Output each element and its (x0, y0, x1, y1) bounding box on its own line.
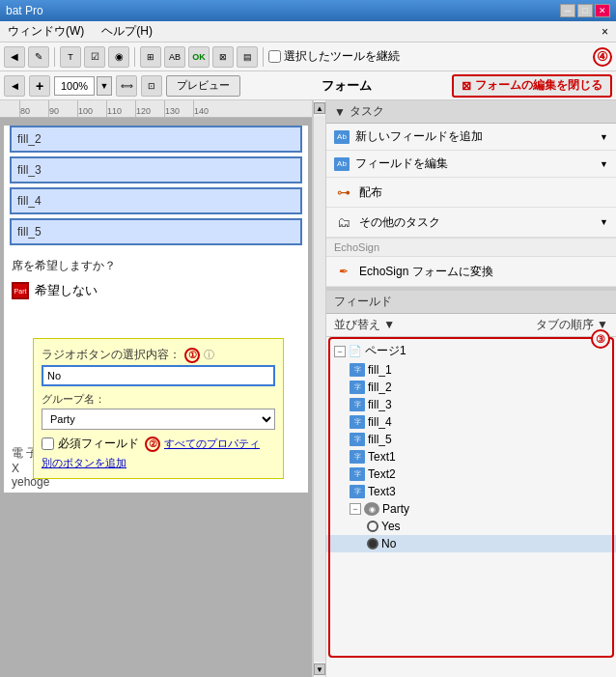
zoom-dropdown[interactable]: ▼ (97, 76, 112, 96)
close-button[interactable]: ✕ (595, 4, 610, 17)
task-section-header: ▼ タスク (326, 100, 616, 124)
tooltip-label-1: ラジオボタンの選択内容： ① ⓘ (42, 347, 275, 363)
required-checkbox[interactable] (42, 437, 54, 450)
menu-help[interactable]: ヘルプ(H) (98, 21, 156, 42)
value-input[interactable] (42, 365, 275, 386)
echosign-convert[interactable]: ✒ EchoSign フォームに変換 (326, 257, 616, 287)
preview-button[interactable]: プレビュー (166, 75, 240, 97)
task-add-field-label: 新しいフィールドを追加 (355, 128, 483, 145)
ruler-mark-140: 140 (193, 100, 222, 117)
tool-icon-7[interactable]: AB (164, 46, 185, 68)
fill-field-3-label: fill_3 (17, 163, 42, 177)
titlebar-controls: ─ □ ✕ (560, 4, 610, 17)
tooltip-group-label: グループ名： (42, 392, 275, 407)
field-icon-text3: 字 (350, 485, 365, 498)
add-field-icon: Ab (334, 130, 350, 144)
sort-bar: 並び替え ▼ タブの順序 ▼ (326, 314, 616, 337)
tree-party-no[interactable]: No (326, 535, 616, 552)
tool-icon-2[interactable]: ✎ (28, 46, 49, 68)
zoom-box: 100% ▼ (54, 76, 112, 96)
tool-icon-8[interactable]: ⊠ (212, 46, 234, 68)
tool-icon-4[interactable]: ☑ (84, 46, 105, 68)
doc-area: fill_2 fill_3 fill_4 fill_5 席を希望しますか？ (0, 118, 312, 677)
info-icon: ⓘ (204, 348, 214, 362)
tool-icon-1[interactable]: ◀ (4, 46, 25, 68)
party-expand-icon[interactable]: − (350, 503, 361, 515)
tool-icon-ok[interactable]: OK (188, 46, 210, 68)
group-select[interactable]: Party (42, 409, 275, 430)
edit-field-icon: Ab (334, 157, 350, 171)
tree-container: − 📄 ページ1 字 fill_1 字 fill_2 字 fill_3 (326, 337, 616, 677)
tree-label-fill2: fill_2 (368, 381, 392, 394)
ruler-mark-80: 80 (19, 100, 48, 117)
field-icon-fill2: 字 (350, 381, 365, 394)
scroll-down-arrow[interactable]: ▼ (314, 663, 325, 675)
task-more[interactable]: 🗂 その他のタスク ▼ (326, 208, 616, 238)
vertical-scrollbar[interactable]: ▲ ▼ (313, 100, 326, 677)
ruler-mark-100: 100 (77, 100, 106, 117)
menubar: ウィンドウ(W) ヘルプ(H) × (0, 21, 616, 42)
tool-icon-6[interactable]: ⊞ (140, 46, 161, 68)
main-layout: 80 90 100 110 120 130 140 fill_2 fill_3 (0, 100, 616, 677)
task-distribute[interactable]: ⊶ 配布 (326, 178, 616, 208)
fill-field-4[interactable]: fill_4 (10, 187, 302, 214)
field-icon-fill3: 字 (350, 398, 365, 411)
close-form-icon: ⊠ (462, 79, 471, 93)
echosign-label: EchoSign フォームに変換 (359, 264, 493, 280)
sep-3 (263, 47, 264, 67)
tree-label-text1: Text1 (368, 450, 396, 464)
fill-field-5-label: fill_5 (17, 225, 42, 239)
sep-2 (134, 47, 135, 67)
tree-party-group[interactable]: − ◉ Party (326, 500, 616, 518)
task-edit-field[interactable]: Ab フィールドを編集 ▼ (326, 151, 616, 178)
tree-page1[interactable]: − 📄 ページ1 (326, 341, 616, 361)
add-page-icon[interactable]: + (29, 75, 50, 97)
tree-item-text1[interactable]: 字 Text1 (326, 448, 616, 465)
tool-icon-5[interactable]: ◉ (108, 46, 129, 68)
minimize-button[interactable]: ─ (560, 4, 575, 17)
fill-field-2[interactable]: fill_2 (10, 126, 302, 153)
menu-window[interactable]: ウィンドウ(W) (4, 21, 88, 42)
fit-width-icon[interactable]: ⟺ (116, 75, 137, 97)
question-text: 席を希望しますか？ (4, 249, 308, 278)
tree-party-yes[interactable]: Yes (326, 518, 616, 535)
tree-label-fill3: fill_3 (368, 398, 392, 411)
scroll-up-arrow[interactable]: ▲ (314, 102, 325, 114)
zoom-input[interactable]: 100% (54, 76, 95, 96)
nav-back[interactable]: ◀ (4, 75, 25, 97)
page1-label: ページ1 (365, 343, 406, 359)
tree-item-text3[interactable]: 字 Text3 (326, 483, 616, 500)
continue-tool-checkbox[interactable] (268, 50, 281, 63)
radio-box[interactable]: Part (12, 282, 29, 299)
field-icon-text1: 字 (350, 450, 365, 464)
menubar-close[interactable]: × (598, 23, 612, 41)
fill-field-5[interactable]: fill_5 (10, 218, 302, 245)
continue-tool-label: 選択したツールを継続 (284, 48, 400, 65)
radio-group-icon: ◉ (364, 502, 379, 516)
maximize-button[interactable]: □ (577, 4, 593, 17)
tool-icon-9[interactable]: ▤ (237, 46, 258, 68)
tool-icon-3[interactable]: T (60, 46, 81, 68)
all-props-link[interactable]: すべてのプロパティ (164, 437, 260, 451)
toolbar1: ◀ ✎ T ☑ ◉ ⊞ AB OK ⊠ ▤ 選択したツールを継続 ④ (0, 42, 616, 71)
tree-party-label: Party (382, 502, 409, 516)
form-label: フォーム (244, 77, 448, 95)
tree-item-fill4[interactable]: 字 fill_4 (326, 413, 616, 431)
fit-page-icon[interactable]: ⊡ (141, 75, 162, 97)
tree-label-fill4: fill_4 (368, 415, 392, 429)
page1-icon: 📄 (349, 345, 362, 357)
add-button-link[interactable]: 別のボタンを追加 (42, 456, 275, 470)
tree-item-text2[interactable]: 字 Text2 (326, 465, 616, 483)
tree-item-fill5[interactable]: 字 fill_5 (326, 431, 616, 448)
page1-expand-icon[interactable]: − (334, 346, 346, 357)
task-add-field[interactable]: Ab 新しいフィールドを追加 ▼ (326, 124, 616, 151)
sort-button[interactable]: 並び替え ▼ (334, 317, 395, 333)
tree-item-fill2[interactable]: 字 fill_2 (326, 379, 616, 396)
tooltip-title-1: ラジオボタンの選択内容： (42, 347, 181, 363)
sep-1 (54, 47, 55, 67)
tree-item-fill3[interactable]: 字 fill_3 (326, 396, 616, 413)
fill-field-3[interactable]: fill_3 (10, 156, 302, 183)
tree-item-fill1[interactable]: 字 fill_1 (326, 361, 616, 379)
close-form-button[interactable]: ⊠ フォームの編集を閉じる (452, 74, 612, 98)
tree-wrapper: ③ − 📄 ページ1 字 fill_1 字 fill_2 (326, 337, 616, 677)
